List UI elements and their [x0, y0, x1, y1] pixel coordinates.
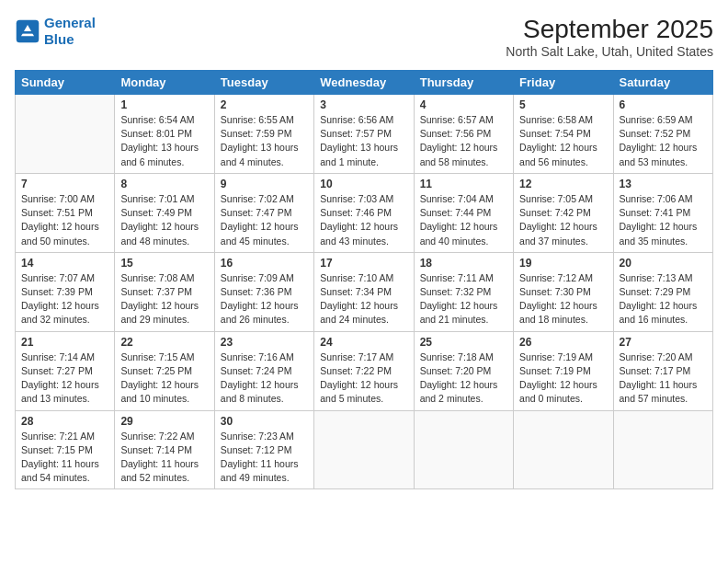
- calendar-cell: 28Sunrise: 7:21 AMSunset: 7:15 PMDayligh…: [16, 410, 115, 489]
- calendar-cell: [314, 410, 414, 489]
- weekday-header-sunday: Sunday: [16, 71, 115, 95]
- day-info-line: Sunset: 7:47 PM: [221, 206, 308, 220]
- day-info: Sunrise: 6:57 AMSunset: 7:56 PMDaylight:…: [420, 113, 507, 169]
- day-info-line: Sunset: 7:29 PM: [620, 285, 707, 299]
- day-number: 27: [620, 336, 707, 349]
- day-info: Sunrise: 6:58 AMSunset: 7:54 PMDaylight:…: [519, 113, 607, 169]
- day-info-line: and 18 minutes.: [519, 313, 607, 327]
- day-info-line: Daylight: 12 hours: [420, 299, 507, 313]
- day-info: Sunrise: 7:21 AMSunset: 7:15 PMDaylight:…: [21, 430, 108, 486]
- calendar-table: SundayMondayTuesdayWednesdayThursdayFrid…: [15, 70, 713, 489]
- calendar-cell: 22Sunrise: 7:15 AMSunset: 7:25 PMDayligh…: [115, 331, 214, 410]
- calendar-cell: 3Sunrise: 6:56 AMSunset: 7:57 PMDaylight…: [314, 95, 414, 174]
- day-info-line: Daylight: 12 hours: [420, 141, 507, 155]
- calendar-week-2: 7Sunrise: 7:00 AMSunset: 7:51 PMDaylight…: [16, 173, 713, 252]
- day-info-line: and 6 minutes.: [120, 155, 208, 169]
- day-info-line: Daylight: 12 hours: [620, 141, 707, 155]
- day-info-line: Sunset: 7:49 PM: [120, 206, 208, 220]
- day-info-line: and 58 minutes.: [420, 155, 507, 169]
- calendar-cell: 20Sunrise: 7:13 AMSunset: 7:29 PMDayligh…: [613, 252, 712, 331]
- day-info: Sunrise: 7:15 AMSunset: 7:25 PMDaylight:…: [120, 350, 208, 407]
- day-info-line: and 32 minutes.: [21, 313, 108, 327]
- day-number: 26: [519, 336, 607, 349]
- day-info-line: Sunrise: 6:55 AM: [221, 113, 308, 127]
- day-info-line: Sunrise: 7:04 AM: [420, 192, 507, 206]
- day-info-line: Sunset: 7:20 PM: [420, 364, 507, 378]
- day-info-line: Sunrise: 7:18 AM: [420, 350, 507, 364]
- day-info-line: Sunrise: 7:01 AM: [120, 192, 208, 206]
- day-info-line: and 48 minutes.: [120, 235, 208, 248]
- day-info-line: and 35 minutes.: [620, 235, 707, 248]
- calendar-cell: 5Sunrise: 6:58 AMSunset: 7:54 PMDaylight…: [514, 95, 613, 174]
- day-info-line: Sunset: 7:17 PM: [620, 364, 707, 378]
- day-number: 12: [519, 178, 607, 190]
- day-info-line: and 43 minutes.: [320, 235, 407, 248]
- day-info: Sunrise: 7:11 AMSunset: 7:32 PMDaylight:…: [420, 271, 507, 327]
- day-info-line: Sunrise: 7:21 AM: [21, 430, 108, 443]
- day-info-line: Sunset: 8:01 PM: [120, 127, 208, 141]
- weekday-header-wednesday: Wednesday: [314, 71, 414, 95]
- logo: General Blue: [15, 15, 96, 48]
- title-area: September 2025 North Salt Lake, Utah, Un…: [506, 15, 713, 59]
- day-info-line: Sunrise: 7:11 AM: [420, 271, 507, 285]
- day-number: 10: [320, 178, 407, 190]
- page-header: General Blue September 2025 North Salt L…: [15, 15, 713, 59]
- weekday-row: SundayMondayTuesdayWednesdayThursdayFrid…: [16, 71, 713, 95]
- calendar-cell: 10Sunrise: 7:03 AMSunset: 7:46 PMDayligh…: [314, 173, 414, 252]
- calendar-cell: 25Sunrise: 7:18 AMSunset: 7:20 PMDayligh…: [414, 331, 513, 410]
- day-info-line: Sunrise: 6:59 AM: [620, 113, 707, 127]
- day-number: 25: [420, 336, 507, 349]
- day-info-line: Daylight: 13 hours: [221, 141, 308, 155]
- day-info-line: and 57 minutes.: [620, 392, 707, 406]
- day-info-line: and 54 minutes.: [21, 471, 108, 485]
- day-info-line: and 37 minutes.: [519, 235, 607, 248]
- day-info-line: Sunset: 7:19 PM: [519, 364, 607, 378]
- day-info-line: Sunset: 7:54 PM: [519, 127, 607, 141]
- day-info: Sunrise: 7:13 AMSunset: 7:29 PMDaylight:…: [620, 271, 707, 327]
- day-info: Sunrise: 7:04 AMSunset: 7:44 PMDaylight:…: [420, 192, 507, 248]
- day-info-line: Sunrise: 7:15 AM: [120, 350, 208, 364]
- day-info: Sunrise: 7:18 AMSunset: 7:20 PMDaylight:…: [420, 350, 507, 407]
- day-info-line: Sunrise: 7:12 AM: [519, 271, 607, 285]
- day-number: 29: [120, 415, 208, 428]
- day-number: 6: [620, 98, 707, 111]
- logo-line2: Blue: [44, 31, 74, 47]
- day-info-line: Sunset: 7:34 PM: [320, 285, 407, 299]
- calendar-cell: 13Sunrise: 7:06 AMSunset: 7:41 PMDayligh…: [613, 173, 712, 252]
- day-info-line: Daylight: 12 hours: [620, 220, 707, 234]
- day-number: 3: [320, 98, 407, 111]
- day-info-line: Sunrise: 7:06 AM: [620, 192, 707, 206]
- day-info-line: and 10 minutes.: [120, 392, 208, 406]
- day-info-line: Sunset: 7:30 PM: [519, 285, 607, 299]
- day-info-line: Daylight: 12 hours: [320, 220, 407, 234]
- calendar-cell: 23Sunrise: 7:16 AMSunset: 7:24 PMDayligh…: [214, 331, 313, 410]
- day-info-line: Daylight: 11 hours: [21, 457, 108, 471]
- day-info-line: Sunset: 7:27 PM: [21, 364, 108, 378]
- calendar-cell: 6Sunrise: 6:59 AMSunset: 7:52 PMDaylight…: [613, 95, 712, 174]
- day-info-line: Sunset: 7:39 PM: [21, 285, 108, 299]
- calendar-cell: 29Sunrise: 7:22 AMSunset: 7:14 PMDayligh…: [115, 410, 214, 489]
- weekday-header-tuesday: Tuesday: [214, 71, 313, 95]
- day-info-line: and 4 minutes.: [221, 155, 308, 169]
- day-info: Sunrise: 7:03 AMSunset: 7:46 PMDaylight:…: [320, 192, 407, 248]
- day-info: Sunrise: 7:19 AMSunset: 7:19 PMDaylight:…: [519, 350, 607, 407]
- day-info-line: Daylight: 12 hours: [221, 299, 308, 313]
- day-info: Sunrise: 7:23 AMSunset: 7:12 PMDaylight:…: [221, 430, 308, 486]
- day-info: Sunrise: 7:07 AMSunset: 7:39 PMDaylight:…: [21, 271, 108, 327]
- day-info-line: and 40 minutes.: [420, 235, 507, 248]
- day-info: Sunrise: 7:16 AMSunset: 7:24 PMDaylight:…: [221, 350, 308, 407]
- logo-text: General Blue: [44, 15, 96, 48]
- day-info-line: Sunset: 7:44 PM: [420, 206, 507, 220]
- calendar-cell: 2Sunrise: 6:55 AMSunset: 7:59 PMDaylight…: [214, 95, 313, 174]
- day-number: 14: [21, 257, 108, 270]
- day-info-line: Sunrise: 6:54 AM: [120, 113, 208, 127]
- day-number: 2: [221, 98, 308, 111]
- day-number: 1: [120, 98, 208, 111]
- day-info-line: Sunset: 7:46 PM: [320, 206, 407, 220]
- day-info: Sunrise: 6:55 AMSunset: 7:59 PMDaylight:…: [221, 113, 308, 169]
- calendar-cell: 19Sunrise: 7:12 AMSunset: 7:30 PMDayligh…: [514, 252, 613, 331]
- day-number: 20: [620, 257, 707, 270]
- day-info-line: and 16 minutes.: [620, 313, 707, 327]
- day-info-line: Sunset: 7:59 PM: [221, 127, 308, 141]
- calendar-cell: 4Sunrise: 6:57 AMSunset: 7:56 PMDaylight…: [414, 95, 513, 174]
